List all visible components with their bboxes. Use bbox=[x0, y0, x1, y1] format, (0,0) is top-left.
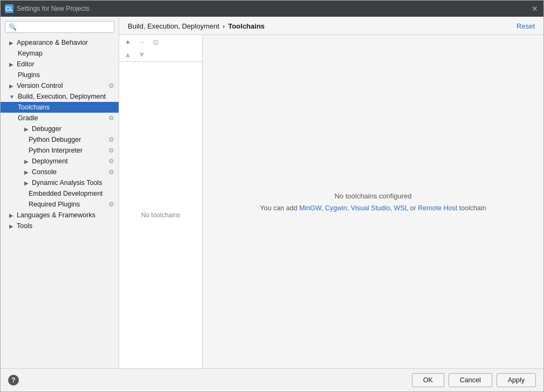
arrow-icon: ▶ bbox=[9, 223, 13, 229]
gear-icon: ⚙ bbox=[108, 201, 114, 208]
sidebar-item-plugins[interactable]: Plugins bbox=[1, 70, 119, 80]
sidebar-item-label: Embedded Development bbox=[29, 190, 103, 197]
toolbar: + − ⧉ ▲ ▼ bbox=[119, 35, 202, 62]
window-controls: ✕ bbox=[531, 4, 539, 13]
breadcrumb-separator: › bbox=[223, 22, 225, 30]
toolchain-detail-panel: No toolchains configured You can add Min… bbox=[203, 35, 543, 368]
gear-icon: ⚙ bbox=[108, 157, 114, 165]
link-wsl[interactable]: WSL bbox=[394, 204, 408, 212]
arrow-icon: ▶ bbox=[24, 169, 29, 175]
arrow-icon: ▼ bbox=[9, 94, 15, 100]
gear-icon: ⚙ bbox=[108, 82, 114, 90]
arrow-icon: ▶ bbox=[24, 159, 29, 164]
sidebar-item-label: Python Interpreter bbox=[29, 147, 82, 154]
toolbar-row-2: ▲ ▼ bbox=[121, 49, 200, 60]
sidebar-item-languages[interactable]: ▶ Languages & Frameworks bbox=[1, 210, 119, 221]
sidebar-item-build-execution[interactable]: ▼ Build, Execution, Deployment bbox=[1, 91, 119, 102]
sidebar-list: ▶ Appearance & Behavior Keymap ▶ Editor … bbox=[1, 36, 119, 368]
sidebar-item-label: Keymap bbox=[18, 50, 43, 57]
breadcrumb: Build, Execution, Deployment › Toolchain… bbox=[128, 22, 265, 30]
settings-window: CL Settings for New Projects ✕ ▶ Appeara… bbox=[0, 0, 544, 392]
sidebar-item-embedded-dev[interactable]: Embedded Development bbox=[1, 188, 119, 199]
bottom-bar: ? OK Cancel Apply bbox=[1, 368, 543, 391]
breadcrumb-current: Toolchains bbox=[228, 22, 265, 30]
title-bar: CL Settings for New Projects ✕ bbox=[1, 1, 543, 17]
sidebar-item-keymap[interactable]: Keymap bbox=[1, 48, 119, 59]
arrow-icon: ▶ bbox=[9, 83, 13, 89]
sidebar: ▶ Appearance & Behavior Keymap ▶ Editor … bbox=[1, 17, 119, 368]
sidebar-item-label: Python Debugger bbox=[29, 136, 81, 143]
add-hint: You can add MinGW, Cygwin, Visual Studio… bbox=[260, 204, 486, 212]
link-cygwin[interactable]: Cygwin bbox=[325, 204, 347, 212]
sidebar-item-debugger[interactable]: ▶ Debugger bbox=[1, 123, 119, 134]
search-input[interactable] bbox=[5, 21, 114, 33]
sidebar-item-label: Appearance & Behavior bbox=[17, 39, 88, 46]
arrow-icon: ▶ bbox=[9, 212, 13, 218]
sidebar-item-appearance[interactable]: ▶ Appearance & Behavior bbox=[1, 37, 119, 48]
sidebar-item-required-plugins[interactable]: Required Plugins ⚙ bbox=[1, 199, 119, 210]
sidebar-item-label: Toolchains bbox=[18, 104, 50, 111]
content-area: Build, Execution, Deployment › Toolchain… bbox=[119, 17, 543, 368]
reset-button[interactable]: Reset bbox=[517, 22, 535, 30]
sidebar-item-editor[interactable]: ▶ Editor bbox=[1, 59, 119, 70]
content-header: Build, Execution, Deployment › Toolchain… bbox=[119, 17, 543, 35]
link-mingw[interactable]: MinGW bbox=[299, 204, 321, 212]
sidebar-item-label: Languages & Frameworks bbox=[17, 211, 95, 219]
toolchain-list-panel: + − ⧉ ▲ ▼ No toolchains bbox=[119, 35, 203, 368]
search-wrap bbox=[1, 17, 119, 36]
breadcrumb-parent: Build, Execution, Deployment bbox=[128, 22, 219, 30]
dialog-buttons: OK Cancel Apply bbox=[412, 373, 536, 387]
sidebar-item-label: Console bbox=[32, 168, 57, 176]
sidebar-item-tools[interactable]: ▶ Tools bbox=[1, 221, 119, 231]
gear-icon: ⚙ bbox=[108, 147, 114, 154]
sidebar-item-console[interactable]: ▶ Console ⚙ bbox=[1, 167, 119, 177]
copy-button[interactable]: ⧉ bbox=[149, 36, 162, 48]
sidebar-item-label: Version Control bbox=[17, 82, 63, 90]
no-toolchains-title: No toolchains configured bbox=[334, 192, 411, 200]
sidebar-item-python-debugger[interactable]: Python Debugger ⚙ bbox=[1, 134, 119, 145]
help-icon-label: ? bbox=[11, 376, 15, 384]
gear-icon: ⚙ bbox=[108, 168, 114, 176]
app-icon-label: CL bbox=[5, 6, 12, 12]
sidebar-item-label: Gradle bbox=[18, 114, 38, 122]
gear-icon: ⚙ bbox=[108, 136, 114, 143]
sidebar-item-label: Editor bbox=[17, 60, 35, 68]
window-title: Settings for New Projects bbox=[17, 5, 531, 12]
sidebar-item-label: Required Plugins bbox=[29, 201, 80, 208]
move-up-button[interactable]: ▲ bbox=[121, 49, 134, 60]
toolbar-row-1: + − ⧉ bbox=[121, 36, 200, 48]
content-body: + − ⧉ ▲ ▼ No toolchains bbox=[119, 35, 543, 368]
sidebar-item-version-control[interactable]: ▶ Version Control ⚙ bbox=[1, 80, 119, 91]
sidebar-item-label: Plugins bbox=[18, 71, 40, 79]
sidebar-item-label: Deployment bbox=[32, 157, 68, 165]
empty-text: No toolchains bbox=[141, 211, 181, 219]
sidebar-item-toolchains[interactable]: Toolchains bbox=[1, 102, 119, 113]
add-hint-prefix: You can add bbox=[260, 204, 297, 212]
apply-button[interactable]: Apply bbox=[497, 373, 536, 387]
sidebar-item-label: Tools bbox=[17, 222, 32, 230]
app-icon: CL bbox=[5, 4, 13, 13]
arrow-icon: ▶ bbox=[24, 126, 29, 132]
link-remote-host[interactable]: Remote Host bbox=[418, 204, 457, 212]
add-hint-or: or bbox=[410, 204, 418, 212]
toolchain-list-empty: No toolchains bbox=[119, 62, 202, 368]
link-visual-studio[interactable]: Visual Studio bbox=[351, 204, 390, 212]
sidebar-item-label: Debugger bbox=[32, 125, 61, 133]
sidebar-item-label: Build, Execution, Deployment bbox=[18, 93, 106, 100]
add-button[interactable]: + bbox=[121, 36, 134, 48]
add-hint-suffix: toolchain bbox=[459, 204, 486, 212]
move-down-button[interactable]: ▼ bbox=[135, 49, 148, 60]
close-button[interactable]: ✕ bbox=[531, 4, 539, 13]
sidebar-item-python-interpreter[interactable]: Python Interpreter ⚙ bbox=[1, 145, 119, 156]
sidebar-item-dynamic-analysis[interactable]: ▶ Dynamic Analysis Tools bbox=[1, 177, 119, 188]
sidebar-item-deployment[interactable]: ▶ Deployment ⚙ bbox=[1, 156, 119, 167]
arrow-icon: ▶ bbox=[9, 40, 13, 46]
help-button[interactable]: ? bbox=[8, 375, 19, 386]
remove-button[interactable]: − bbox=[135, 36, 148, 48]
gear-icon: ⚙ bbox=[108, 114, 114, 122]
ok-button[interactable]: OK bbox=[412, 373, 444, 387]
arrow-icon: ▶ bbox=[24, 180, 29, 186]
cancel-button[interactable]: Cancel bbox=[449, 373, 492, 387]
sidebar-item-label: Dynamic Analysis Tools bbox=[32, 179, 102, 187]
sidebar-item-gradle[interactable]: Gradle ⚙ bbox=[1, 113, 119, 123]
